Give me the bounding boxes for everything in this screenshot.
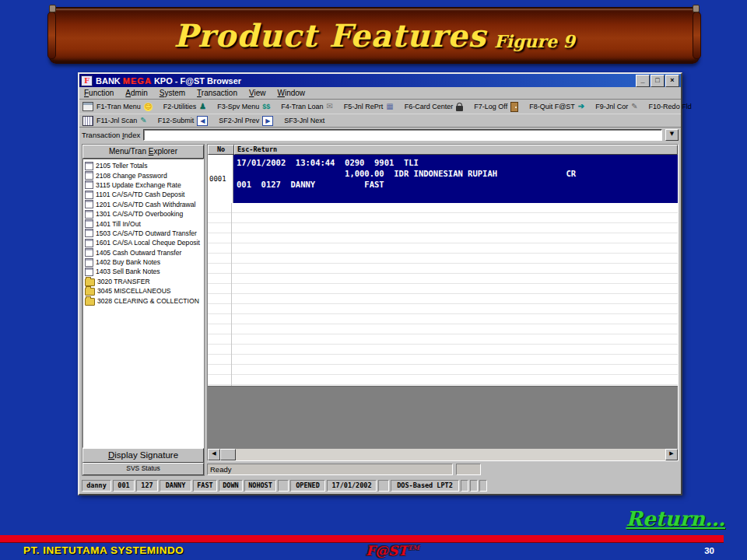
column-divider (231, 203, 232, 386)
banner-scroll-end (693, 12, 701, 59)
display-signature-button[interactable]: Display Signature (82, 448, 204, 463)
tree-item[interactable]: 1301 CA/SA/TD Overbooking (85, 209, 203, 219)
status-spacer (470, 480, 478, 492)
tree-item[interactable]: 1403 Sell Bank Notes (85, 267, 203, 276)
status-mode: FAST (193, 480, 217, 492)
footer-divider-bar (0, 535, 724, 542)
tran-tree-list[interactable]: 2105 Teller Totals 2108 Change Password … (82, 159, 204, 448)
folder-icon (85, 298, 95, 306)
form-icon (85, 210, 93, 219)
menu-admin[interactable]: Admin (125, 89, 147, 97)
tree-item[interactable]: 2108 Change Password (85, 170, 203, 180)
window-titlebar[interactable]: F BANK MEGA KPO - F@ST Browser _ □ × (79, 74, 681, 87)
status-teller-id: 127 (136, 480, 158, 492)
form-icon (85, 219, 93, 228)
transaction-index-combobox[interactable] (143, 129, 662, 141)
door-icon (510, 102, 518, 112)
footer-company: PT. INETUTAMA SYSTEMINDO (23, 544, 184, 556)
scroll-left-icon[interactable]: ◀ (208, 449, 220, 460)
form-icon (85, 162, 93, 170)
f10-redo-fld-button[interactable]: F10-Redo Fld (649, 103, 692, 110)
f6-card-center-button[interactable]: F6-Card Center (405, 103, 464, 111)
next-track-icon: ▶ (262, 116, 273, 126)
f2-utilities-button[interactable]: F2-Utilities ♟ (163, 103, 206, 110)
tree-item[interactable]: 1503 CA/SA/TD Outward Transfer (85, 229, 203, 238)
horizontal-scrollbar[interactable]: ◀ ▶ (208, 449, 678, 460)
sf3-jnl-next-button[interactable]: SF3-Jnl Next (284, 117, 324, 124)
tree-item[interactable]: 1401 Till In/Out (85, 219, 203, 228)
form-icon (85, 229, 93, 237)
tree-item[interactable]: 3028 CLEARING & COLLECTION (85, 296, 203, 305)
status-spacer (479, 480, 487, 492)
status-host: NOHOST (244, 480, 276, 492)
banner-scroll-end (47, 12, 56, 59)
left-panel: Menu/Tran Explorer 2105 Teller Totals 21… (82, 144, 205, 476)
title-banner: Product Features Figure 9 (49, 7, 700, 64)
return-link[interactable]: Return… (626, 507, 725, 530)
tree-item[interactable]: 1402 Buy Bank Notes (85, 257, 203, 267)
status-spacer (461, 480, 468, 492)
app-window: F BANK MEGA KPO - F@ST Browser _ □ × Fun… (78, 72, 682, 495)
journal-row-selected[interactable]: 0001 17/01/2002 13:04:44 0290 9901 TLI 1… (208, 155, 678, 203)
window-title: BANK MEGA KPO - F@ST Browser (96, 76, 241, 86)
tree-item[interactable]: 1405 Cash Outward Transfer (85, 248, 203, 257)
col-esc-return-header: Esc-Return (234, 145, 678, 155)
menu-view[interactable]: View (249, 89, 266, 97)
form-icon (85, 191, 93, 199)
status-link: DOWN (219, 480, 243, 492)
tree-item[interactable]: 1201 CA/SA/TD Cash Withdrawal (85, 200, 203, 209)
menu-system[interactable]: System (160, 89, 185, 97)
status-spacer (378, 480, 389, 492)
scan-grid-icon (82, 116, 93, 126)
scroll-right-icon[interactable]: ▶ (665, 449, 678, 460)
window-body: Menu/Tran Explorer 2105 Teller Totals 21… (79, 142, 681, 478)
status-till: OPENED (290, 480, 325, 492)
loan-icon: ✉ (326, 103, 332, 110)
menu-transaction[interactable]: Transaction (197, 89, 237, 97)
menu-window[interactable]: Window (277, 89, 305, 97)
ready-status: Ready (207, 464, 453, 475)
chevron-down-icon[interactable]: ▼ (665, 129, 679, 141)
person-icon: ♟ (199, 103, 206, 110)
form-icon (85, 171, 93, 180)
transaction-index-label: Transaction Index (82, 131, 140, 139)
svs-status-panel: SVS Status (82, 463, 204, 475)
sf2-jnl-prev-button[interactable]: SF2-Jnl Prev ▶ (219, 116, 273, 126)
f5-jnl-reprint-button[interactable]: F5-Jnl RePrt ▦ (344, 103, 394, 110)
minimize-button[interactable]: _ (636, 75, 650, 87)
status-sub-panel (456, 464, 481, 475)
menu-tran-explorer-button[interactable]: Menu/Tran Explorer (82, 145, 204, 159)
row-number: 0001 (208, 155, 233, 203)
quit-icon: ➔ (578, 103, 584, 110)
f4-tran-loan-button[interactable]: F4-Tran Loan ✉ (281, 103, 333, 110)
restore-button[interactable]: □ (651, 75, 665, 87)
main-column: No Esc-Return 0001 17/01/2002 13:04:44 0… (207, 144, 679, 476)
tree-item[interactable]: 3020 TRANSFER (85, 277, 203, 286)
scrollbar-thumb[interactable] (220, 449, 236, 460)
f7-log-off-button[interactable]: F7-Log Off (474, 102, 518, 112)
menu-function[interactable]: Function (84, 89, 114, 97)
f8-quit-button[interactable]: F8-Quit F@ST ➔ (529, 103, 584, 110)
status-date: 17/01/2002 (327, 480, 377, 492)
f3-spv-menu-button[interactable]: F3-Spv Menu $$ (217, 103, 270, 110)
fast-logo: F@STTM (366, 543, 419, 558)
f9-jnl-cor-button[interactable]: F9-Jnl Cor ✎ (595, 103, 637, 110)
slide-figure-label: Figure 9 (494, 31, 575, 51)
tree-item[interactable]: 3115 Update Exchange Rate (85, 180, 203, 190)
journal-grid: No Esc-Return 0001 17/01/2002 13:04:44 0… (207, 144, 679, 461)
grid-header: No Esc-Return (208, 145, 678, 155)
tree-item[interactable]: 2105 Teller Totals (85, 161, 203, 170)
grid-empty-rows (208, 203, 678, 386)
f1-tran-menu-button[interactable]: F1-Tran Menu ☺ (82, 102, 153, 111)
prev-track-icon: ◀ (197, 116, 208, 126)
f12-submit-button[interactable]: F12-Submit ◀ (158, 116, 209, 126)
f11-jnl-scan-button[interactable]: F11-Jnl Scan ✎ (82, 116, 147, 126)
status-spacer (278, 480, 289, 492)
tree-item[interactable]: 1101 CA/SA/TD Cash Deposit (85, 190, 203, 199)
tree-item[interactable]: 3045 MISCELLANEOUS (85, 286, 203, 296)
grid-gray-area (208, 386, 678, 449)
bank-mega-logo: MEGA (123, 76, 152, 86)
transaction-index-input[interactable] (144, 130, 661, 140)
close-button[interactable]: × (665, 75, 679, 87)
tree-item[interactable]: 1601 CA/SA Local Cheque Deposit (85, 238, 203, 247)
